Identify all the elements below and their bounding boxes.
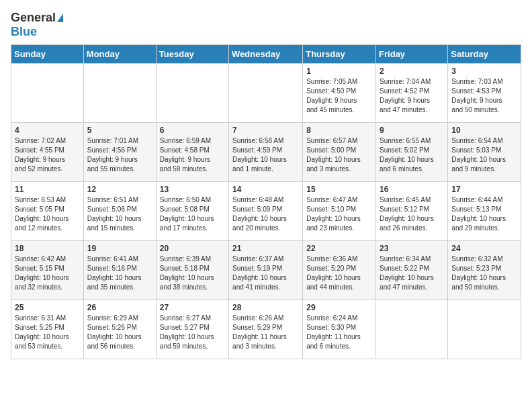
day-number: 2: [380, 66, 444, 76]
header-day-monday: Monday: [83, 45, 156, 64]
day-info: Sunrise: 6:32 AM Sunset: 5:23 PM Dayligh…: [451, 255, 517, 292]
day-info: Sunrise: 6:55 AM Sunset: 5:02 PM Dayligh…: [380, 136, 444, 174]
day-number: 23: [380, 244, 444, 253]
day-number: 7: [232, 126, 299, 135]
day-number: 4: [15, 126, 80, 135]
calendar-cell: [229, 64, 303, 123]
day-number: 20: [160, 244, 225, 253]
header: General Blue: [11, 11, 521, 39]
calendar-cell: 6Sunrise: 6:59 AM Sunset: 4:58 PM Daylig…: [156, 123, 228, 182]
day-number: 24: [451, 244, 517, 253]
logo: General Blue: [11, 11, 63, 39]
logo-general-text: General: [11, 11, 63, 25]
day-info: Sunrise: 6:26 AM Sunset: 5:29 PM Dayligh…: [232, 314, 299, 351]
calendar-cell: 17Sunrise: 6:44 AM Sunset: 5:13 PM Dayli…: [448, 182, 521, 241]
day-info: Sunrise: 6:44 AM Sunset: 5:13 PM Dayligh…: [451, 195, 517, 233]
day-number: 11: [15, 185, 80, 194]
day-number: 5: [87, 126, 152, 135]
header-day-tuesday: Tuesday: [156, 45, 228, 64]
calendar-cell: 26Sunrise: 6:29 AM Sunset: 5:26 PM Dayli…: [83, 300, 156, 359]
calendar-cell: 21Sunrise: 6:37 AM Sunset: 5:19 PM Dayli…: [229, 241, 303, 300]
day-number: 21: [232, 244, 299, 253]
day-info: Sunrise: 6:54 AM Sunset: 5:03 PM Dayligh…: [451, 136, 517, 174]
calendar-cell: 20Sunrise: 6:39 AM Sunset: 5:18 PM Dayli…: [156, 241, 228, 300]
day-info: Sunrise: 7:01 AM Sunset: 4:56 PM Dayligh…: [87, 136, 152, 174]
day-info: Sunrise: 6:50 AM Sunset: 5:08 PM Dayligh…: [160, 195, 225, 233]
calendar-cell: 3Sunrise: 7:03 AM Sunset: 4:53 PM Daylig…: [448, 64, 521, 123]
day-info: Sunrise: 6:59 AM Sunset: 4:58 PM Dayligh…: [160, 136, 225, 174]
day-number: 8: [306, 126, 372, 135]
header-row: SundayMondayTuesdayWednesdayThursdayFrid…: [11, 45, 521, 64]
calendar-cell: 27Sunrise: 6:27 AM Sunset: 5:27 PM Dayli…: [156, 300, 228, 359]
calendar-cell: 4Sunrise: 7:02 AM Sunset: 4:55 PM Daylig…: [11, 123, 84, 182]
day-info: Sunrise: 6:57 AM Sunset: 5:00 PM Dayligh…: [306, 136, 372, 174]
calendar-cell: 7Sunrise: 6:58 AM Sunset: 4:59 PM Daylig…: [229, 123, 303, 182]
day-number: 1: [306, 66, 372, 76]
day-number: 6: [160, 126, 225, 135]
calendar-cell: [376, 300, 448, 359]
calendar-cell: 16Sunrise: 6:45 AM Sunset: 5:12 PM Dayli…: [376, 182, 448, 241]
day-info: Sunrise: 6:48 AM Sunset: 5:09 PM Dayligh…: [232, 195, 299, 233]
calendar-cell: [11, 64, 84, 123]
calendar-cell: 19Sunrise: 6:41 AM Sunset: 5:16 PM Dayli…: [83, 241, 156, 300]
day-info: Sunrise: 6:47 AM Sunset: 5:10 PM Dayligh…: [306, 195, 372, 233]
day-info: Sunrise: 6:42 AM Sunset: 5:15 PM Dayligh…: [15, 255, 80, 292]
calendar-cell: 2Sunrise: 7:04 AM Sunset: 4:52 PM Daylig…: [376, 64, 448, 123]
calendar-cell: 1Sunrise: 7:05 AM Sunset: 4:50 PM Daylig…: [303, 64, 376, 123]
day-info: Sunrise: 7:02 AM Sunset: 4:55 PM Dayligh…: [15, 136, 80, 174]
day-info: Sunrise: 6:37 AM Sunset: 5:19 PM Dayligh…: [232, 255, 299, 292]
day-number: 28: [232, 303, 299, 312]
calendar-cell: 22Sunrise: 6:36 AM Sunset: 5:20 PM Dayli…: [303, 241, 376, 300]
day-info: Sunrise: 6:29 AM Sunset: 5:26 PM Dayligh…: [87, 314, 152, 351]
day-number: 14: [232, 185, 299, 194]
day-info: Sunrise: 6:41 AM Sunset: 5:16 PM Dayligh…: [87, 255, 152, 292]
header-day-saturday: Saturday: [448, 45, 521, 64]
calendar-cell: 25Sunrise: 6:31 AM Sunset: 5:25 PM Dayli…: [11, 300, 84, 359]
day-number: 29: [306, 303, 372, 312]
day-info: Sunrise: 6:45 AM Sunset: 5:12 PM Dayligh…: [380, 195, 444, 233]
day-number: 17: [451, 185, 517, 194]
day-number: 10: [451, 126, 517, 135]
day-info: Sunrise: 6:39 AM Sunset: 5:18 PM Dayligh…: [160, 255, 225, 292]
day-info: Sunrise: 6:31 AM Sunset: 5:25 PM Dayligh…: [15, 314, 80, 351]
day-info: Sunrise: 7:04 AM Sunset: 4:52 PM Dayligh…: [380, 77, 444, 115]
day-number: 19: [87, 244, 152, 253]
calendar-cell: [156, 64, 228, 123]
calendar-cell: 9Sunrise: 6:55 AM Sunset: 5:02 PM Daylig…: [376, 123, 448, 182]
day-info: Sunrise: 6:27 AM Sunset: 5:27 PM Dayligh…: [160, 314, 225, 351]
day-info: Sunrise: 7:05 AM Sunset: 4:50 PM Dayligh…: [306, 77, 372, 115]
day-info: Sunrise: 6:51 AM Sunset: 5:06 PM Dayligh…: [87, 195, 152, 233]
week-row-4: 18Sunrise: 6:42 AM Sunset: 5:15 PM Dayli…: [11, 241, 521, 300]
week-row-5: 25Sunrise: 6:31 AM Sunset: 5:25 PM Dayli…: [11, 300, 521, 359]
day-number: 25: [15, 303, 80, 312]
header-day-thursday: Thursday: [303, 45, 376, 64]
day-info: Sunrise: 6:36 AM Sunset: 5:20 PM Dayligh…: [306, 255, 372, 292]
week-row-3: 11Sunrise: 6:53 AM Sunset: 5:05 PM Dayli…: [11, 182, 521, 241]
calendar-cell: [448, 300, 521, 359]
day-number: 16: [380, 185, 444, 194]
header-day-wednesday: Wednesday: [229, 45, 303, 64]
day-number: 26: [87, 303, 152, 312]
logo-blue-text: Blue: [11, 25, 37, 39]
calendar-cell: 11Sunrise: 6:53 AM Sunset: 5:05 PM Dayli…: [11, 182, 84, 241]
header-day-sunday: Sunday: [11, 45, 84, 64]
day-info: Sunrise: 6:24 AM Sunset: 5:30 PM Dayligh…: [306, 314, 372, 351]
day-number: 9: [380, 126, 444, 135]
day-number: 18: [15, 244, 80, 253]
calendar-cell: [83, 64, 156, 123]
day-number: 12: [87, 185, 152, 194]
day-number: 13: [160, 185, 225, 194]
day-info: Sunrise: 6:58 AM Sunset: 4:59 PM Dayligh…: [232, 136, 299, 174]
calendar-cell: 24Sunrise: 6:32 AM Sunset: 5:23 PM Dayli…: [448, 241, 521, 300]
calendar-cell: 28Sunrise: 6:26 AM Sunset: 5:29 PM Dayli…: [229, 300, 303, 359]
calendar-cell: 29Sunrise: 6:24 AM Sunset: 5:30 PM Dayli…: [303, 300, 376, 359]
calendar-cell: 23Sunrise: 6:34 AM Sunset: 5:22 PM Dayli…: [376, 241, 448, 300]
day-number: 3: [451, 66, 517, 76]
header-day-friday: Friday: [376, 45, 448, 64]
day-number: 22: [306, 244, 372, 253]
calendar-cell: 10Sunrise: 6:54 AM Sunset: 5:03 PM Dayli…: [448, 123, 521, 182]
calendar-cell: 8Sunrise: 6:57 AM Sunset: 5:00 PM Daylig…: [303, 123, 376, 182]
day-info: Sunrise: 6:34 AM Sunset: 5:22 PM Dayligh…: [380, 255, 444, 292]
week-row-1: 1Sunrise: 7:05 AM Sunset: 4:50 PM Daylig…: [11, 64, 521, 123]
calendar-cell: 12Sunrise: 6:51 AM Sunset: 5:06 PM Dayli…: [83, 182, 156, 241]
